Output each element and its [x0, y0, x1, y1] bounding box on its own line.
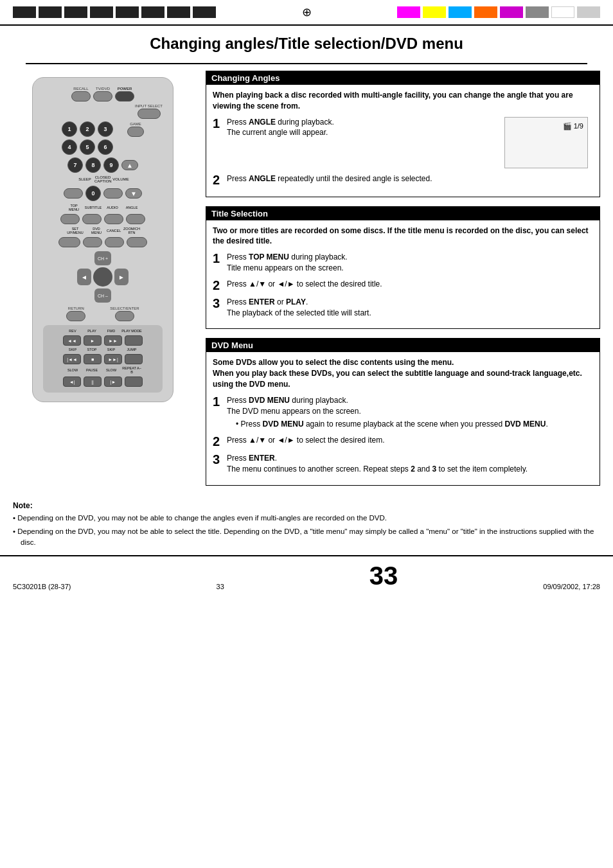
- footer-right: 09/09/2002, 17:28: [543, 583, 600, 590]
- title-step-2-content: Press ▲/▼ or ◄/► to select the desired t…: [227, 279, 593, 290]
- setup-menu-button[interactable]: [58, 237, 80, 247]
- dvd-step-3-sub-bold2: 3: [432, 465, 437, 474]
- main-content: RECALL TV/DVD POWER INPUT SELECT: [0, 64, 613, 501]
- title-step-3: 3 Press ENTER or PLAY. The playback of t…: [213, 297, 593, 319]
- color-bar-1: [397, 6, 420, 18]
- cancel-button[interactable]: [105, 237, 124, 247]
- note-title: Note:: [13, 501, 600, 510]
- changing-angles-step-1: 1 🎬 1/9 Press ANGLE during playback. The…: [213, 117, 593, 168]
- repeat-ab-label: REPEAT A–B: [121, 366, 142, 374]
- header-right-decoration: [397, 6, 600, 18]
- btn-8[interactable]: 8: [85, 157, 101, 173]
- title-step-1-num: 1: [213, 252, 222, 265]
- btn-2[interactable]: 2: [80, 121, 95, 137]
- sleep-button[interactable]: [64, 188, 83, 199]
- top-menu-button[interactable]: [60, 214, 80, 224]
- game-button[interactable]: [127, 127, 144, 137]
- title-step-3-text: Press ENTER or PLAY.: [227, 297, 593, 308]
- title-step-3-content: Press ENTER or PLAY. The playback of the…: [227, 297, 593, 319]
- closed-caption-label: CLOSED CAPTION: [94, 175, 111, 183]
- color-bar-8: [577, 6, 600, 18]
- instructions-section: Changing Angles When playing back a disc…: [206, 71, 600, 495]
- nav-down-button[interactable]: CH –: [94, 288, 111, 303]
- bar-4: [90, 6, 113, 18]
- changing-angles-header: Changing Angles: [206, 71, 600, 85]
- btn-7[interactable]: 7: [67, 157, 83, 173]
- recall-button[interactable]: [71, 91, 91, 102]
- dvd-step-3-num: 3: [213, 453, 222, 466]
- select-enter-label: SELECT/ENTER: [110, 306, 139, 310]
- repeat-ab-button[interactable]: [125, 376, 143, 387]
- pause-label: PAUSE: [83, 368, 101, 372]
- step-1-content: 🎬 1/9 Press ANGLE during playback. The c…: [227, 117, 588, 168]
- rev-button[interactable]: ◄◄: [63, 335, 81, 346]
- btn-6[interactable]: 6: [98, 139, 113, 155]
- nav-left-button[interactable]: ◄: [77, 269, 91, 285]
- nav-right-button[interactable]: ►: [114, 269, 129, 285]
- btn-5[interactable]: 5: [80, 139, 95, 155]
- dvd-menu-intro: Some DVDs allow you to select the disc c…: [213, 357, 593, 389]
- title-step-2-num: 2: [213, 279, 222, 292]
- remote-section: RECALL TV/DVD POWER INPUT SELECT: [13, 71, 193, 495]
- return-button[interactable]: [66, 311, 85, 321]
- color-bar-2: [423, 6, 446, 18]
- title-selection-body: Two or more titles are recorded on some …: [206, 220, 600, 329]
- closed-caption-button[interactable]: [103, 188, 123, 199]
- subtitle-button[interactable]: [82, 214, 102, 224]
- input-select-button[interactable]: [138, 109, 161, 119]
- zoom-button[interactable]: [127, 237, 147, 247]
- skip-fwd-button[interactable]: ►►|: [104, 354, 122, 364]
- title-step-3-num: 3: [213, 297, 222, 310]
- stop-label: STOP: [83, 348, 101, 351]
- dvd-menu-button[interactable]: [83, 237, 102, 247]
- volume-up-button[interactable]: ▲: [121, 160, 138, 170]
- tvdvd-button[interactable]: [93, 91, 112, 102]
- btn-4[interactable]: 4: [62, 139, 77, 155]
- btn-1[interactable]: 1: [62, 121, 77, 137]
- footer-center: 33: [217, 583, 224, 590]
- dvd-step-3-sub: The menu continues to another screen. Re…: [227, 464, 593, 475]
- step-2-num: 2: [213, 173, 222, 186]
- title-selection-intro: Two or more titles are recorded on some …: [213, 226, 593, 247]
- slow-fwd-button[interactable]: |►: [104, 376, 122, 387]
- color-bar-5: [500, 6, 523, 18]
- play-mode-button[interactable]: [125, 335, 143, 346]
- angle-button[interactable]: [126, 214, 145, 224]
- title-step-3-sub: The playback of the selected title will …: [227, 308, 593, 319]
- title-step-2: 2 Press ▲/▼ or ◄/► to select the desired…: [213, 279, 593, 292]
- power-label: POWER: [118, 87, 132, 91]
- skip-back-button[interactable]: |◄◄: [63, 354, 81, 364]
- dvd-step-1-text: Press DVD MENU during playback.: [227, 395, 593, 406]
- step-2-content: Press ANGLE repeatedly until the desired…: [227, 173, 593, 184]
- bar-7: [167, 6, 190, 18]
- power-button[interactable]: [115, 91, 134, 102]
- dvd-step-2: 2 Press ▲/▼ or ◄/► to select the desired…: [213, 435, 593, 448]
- dvd-step-2-num: 2: [213, 435, 222, 448]
- dvd-step-1-content: Press DVD MENU during playback. The DVD …: [227, 395, 593, 430]
- changing-angles-step-2: 2 Press ANGLE repeatedly until the desir…: [213, 173, 593, 186]
- step-2-bold: ANGLE: [249, 174, 276, 183]
- nav-up-button[interactable]: CH +: [94, 251, 111, 265]
- audio-button[interactable]: [104, 214, 123, 224]
- slow-back-button[interactable]: ◄|: [63, 376, 81, 387]
- bar-3: [64, 6, 87, 18]
- btn-0[interactable]: 0: [85, 186, 101, 201]
- skip-back-label: SKIP: [64, 348, 82, 351]
- pause-button[interactable]: ||: [84, 376, 102, 387]
- volume-down-button[interactable]: ▼: [125, 188, 142, 199]
- nav-center-label: [93, 267, 112, 287]
- dvd-step-1-bold: DVD MENU: [249, 396, 290, 405]
- recall-label: RECALL: [73, 87, 88, 91]
- note-item-1: Depending on the DVD, you may not be abl…: [13, 513, 600, 524]
- changing-angles-intro: When playing back a disc recorded with m…: [213, 90, 593, 112]
- btn-9[interactable]: 9: [103, 157, 119, 173]
- fwd-button[interactable]: ►►: [104, 335, 122, 346]
- stop-button[interactable]: ■: [84, 354, 102, 364]
- dvd-step-1: 1 Press DVD MENU during playback. The DV…: [213, 395, 593, 430]
- input-select-label: INPUT SELECT: [135, 104, 163, 108]
- play-button[interactable]: ►: [84, 335, 102, 346]
- btn-3[interactable]: 3: [98, 121, 113, 137]
- dvd-step-1-bullet-bold1: DVD MENU: [263, 420, 304, 429]
- jump-button[interactable]: [125, 354, 143, 364]
- select-enter-button[interactable]: [115, 311, 134, 321]
